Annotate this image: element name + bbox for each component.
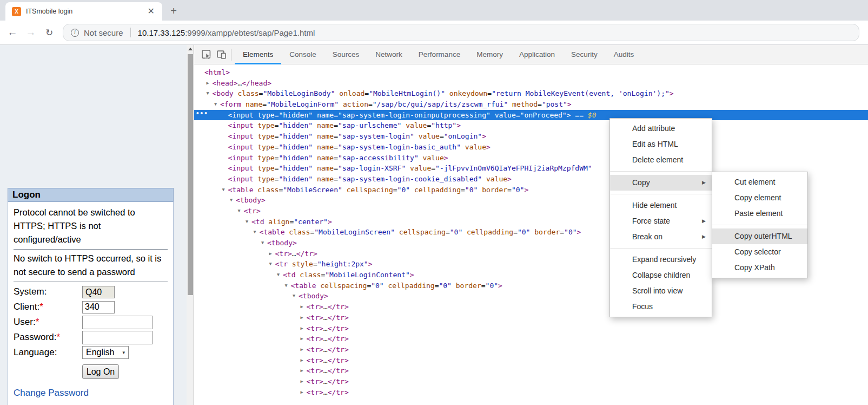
scroll-up-arrow-icon[interactable] bbox=[187, 45, 194, 53]
devtools-tab-audits[interactable]: Audits bbox=[606, 45, 642, 64]
dom-tree-row[interactable]: <input type="hidden" name="sap-system-lo… bbox=[194, 110, 868, 121]
collapse-arrow-icon[interactable]: ▼ bbox=[238, 206, 244, 217]
system-field-label: System: bbox=[14, 286, 82, 297]
menu-item-copy-element[interactable]: Copy element bbox=[712, 190, 807, 206]
forward-button[interactable]: → bbox=[22, 27, 40, 38]
menu-item-add-attribute[interactable]: Add attribute bbox=[610, 121, 712, 136]
menu-item-copy-xpath[interactable]: Copy XPath bbox=[712, 260, 807, 276]
collapse-arrow-icon[interactable]: ▼ bbox=[254, 227, 260, 238]
dom-tree-row[interactable]: ▶<tr>…</tr> bbox=[194, 355, 868, 366]
menu-item-cut-element[interactable]: Cut element bbox=[712, 174, 807, 190]
required-asterisk: * bbox=[56, 332, 60, 342]
more-actions-icon[interactable]: ••• bbox=[196, 108, 208, 119]
user-field[interactable] bbox=[82, 316, 153, 329]
devtools-tab-performance[interactable]: Performance bbox=[410, 45, 468, 64]
back-button[interactable]: ← bbox=[3, 27, 22, 38]
menu-item-paste-element[interactable]: Paste element bbox=[712, 206, 807, 221]
log-on-button[interactable]: Log On bbox=[82, 364, 119, 379]
browser-tab[interactable]: X ITSmobile login ✕ bbox=[5, 2, 162, 21]
collapse-arrow-icon[interactable]: ▼ bbox=[214, 99, 220, 110]
menu-item-break-on[interactable]: Break on▶ bbox=[610, 229, 712, 245]
page-scrollbar[interactable] bbox=[187, 45, 194, 405]
info-icon[interactable]: i bbox=[71, 29, 79, 37]
collapse-arrow-icon[interactable]: ▼ bbox=[285, 280, 291, 291]
menu-item-focus[interactable]: Focus bbox=[610, 299, 712, 315]
expand-arrow-icon[interactable]: ▶ bbox=[301, 334, 307, 344]
expand-arrow-icon[interactable]: ▶ bbox=[301, 323, 307, 334]
url-text: 10.17.33.125:9999/xampp/ebtest/sap/Page1… bbox=[138, 28, 315, 37]
devtools-tab-console[interactable]: Console bbox=[281, 45, 324, 64]
menu-item-delete-element[interactable]: Delete element bbox=[610, 152, 712, 168]
dom-tree-row[interactable]: <input type="hidden" name="sap-system-lo… bbox=[194, 142, 868, 153]
scrollbar-thumb[interactable] bbox=[188, 54, 193, 295]
dom-tree-row[interactable]: <html> bbox=[194, 67, 868, 78]
not-secure-label[interactable]: Not secure bbox=[84, 28, 123, 37]
devtools-tab-application[interactable]: Application bbox=[511, 45, 563, 64]
expand-arrow-icon[interactable]: ▶ bbox=[301, 376, 307, 387]
collapse-arrow-icon[interactable]: ▼ bbox=[222, 185, 228, 195]
expand-arrow-icon[interactable]: ▶ bbox=[301, 312, 307, 323]
browser-tab-strip: X ITSmobile login ✕ + bbox=[0, 0, 868, 21]
password-field[interactable] bbox=[82, 331, 153, 344]
menu-item-label: Hide element bbox=[632, 201, 677, 210]
dom-tree-row[interactable]: ▼<tbody> bbox=[194, 291, 868, 302]
change-password-link[interactable]: Change Password bbox=[14, 388, 89, 399]
menu-item-scroll-into-view[interactable]: Scroll into view bbox=[610, 283, 712, 299]
dom-tree-row[interactable]: ▶<tr>…</tr> bbox=[194, 387, 868, 398]
devtools-tab-network[interactable]: Network bbox=[367, 45, 410, 64]
dom-tree-row[interactable]: ▼<table cellspacing="0" cellpadding="0" … bbox=[194, 280, 868, 291]
collapse-arrow-icon[interactable]: ▼ bbox=[246, 217, 251, 227]
address-bar[interactable]: i Not secure 10.17.33.125:9999/xampp/ebt… bbox=[63, 24, 859, 41]
dom-tree-row[interactable]: ▶<tr>…</tr> bbox=[194, 312, 868, 323]
devtools-tab-elements[interactable]: Elements bbox=[235, 45, 281, 64]
devtools-tab-memory[interactable]: Memory bbox=[468, 45, 511, 64]
dom-tree-row[interactable]: ▼<body class="MobileLoginBody" onload="M… bbox=[194, 88, 868, 99]
expand-arrow-icon[interactable]: ▶ bbox=[301, 302, 307, 312]
devtools-tab-sources[interactable]: Sources bbox=[324, 45, 368, 64]
client-field[interactable] bbox=[82, 301, 115, 313]
collapse-arrow-icon[interactable]: ▼ bbox=[207, 88, 213, 99]
submenu-arrow-icon: ▶ bbox=[702, 175, 706, 191]
tab-close-icon[interactable]: ✕ bbox=[147, 7, 156, 16]
collapse-arrow-icon[interactable]: ▼ bbox=[293, 291, 299, 302]
collapse-arrow-icon[interactable]: ▼ bbox=[277, 270, 283, 280]
toggle-device-toolbar-button[interactable] bbox=[214, 45, 229, 64]
dom-tree-row[interactable]: ▶<tr>…</tr> bbox=[194, 334, 868, 344]
menu-item-force-state[interactable]: Force state▶ bbox=[610, 213, 712, 229]
expand-arrow-icon[interactable]: ▶ bbox=[301, 355, 307, 366]
dom-tree-row[interactable]: ▶<tr>…</tr> bbox=[194, 365, 868, 376]
expand-arrow-icon[interactable]: ▶ bbox=[207, 78, 213, 89]
dom-tree-row[interactable]: ▶<tr>…</tr> bbox=[194, 302, 868, 312]
expand-arrow-icon[interactable]: ▶ bbox=[301, 344, 307, 355]
dom-tree-row[interactable]: ▶<tr>…</tr> bbox=[194, 344, 868, 355]
dom-tree-row[interactable]: ▼<form name="MobileLoginForm" action="/s… bbox=[194, 99, 868, 110]
language-select[interactable]: English▾ bbox=[82, 346, 129, 359]
dom-tree-row[interactable]: <input type="hidden" name="sap-system-lo… bbox=[194, 131, 868, 142]
expand-arrow-icon[interactable]: ▶ bbox=[301, 387, 307, 398]
reload-button[interactable]: ↻ bbox=[40, 27, 58, 38]
menu-item-expand-recursively[interactable]: Expand recursively bbox=[610, 252, 712, 267]
expand-arrow-icon[interactable]: ▶ bbox=[301, 365, 307, 376]
menu-item-copy[interactable]: Copy▶ bbox=[610, 175, 712, 191]
menu-item-copy-outerhtml[interactable]: Copy outerHTML bbox=[712, 228, 807, 244]
form-row-password-field: Password:* bbox=[14, 330, 168, 345]
collapse-arrow-icon[interactable]: ▼ bbox=[269, 259, 275, 270]
menu-item-label: Force state bbox=[632, 217, 670, 225]
dom-tree-row[interactable]: ▶<head>…</head> bbox=[194, 78, 868, 89]
menu-item-collapse-children[interactable]: Collapse children bbox=[610, 267, 712, 283]
menu-item-edit-as-html[interactable]: Edit as HTML bbox=[610, 136, 712, 152]
collapse-arrow-icon[interactable]: ▼ bbox=[261, 238, 267, 249]
system-field[interactable]: Q40 bbox=[82, 286, 115, 298]
devtools-tab-security[interactable]: Security bbox=[563, 45, 606, 64]
menu-item-copy-selector[interactable]: Copy selector bbox=[712, 244, 807, 260]
collapse-arrow-icon[interactable]: ▼ bbox=[230, 195, 236, 206]
menu-item-hide-element[interactable]: Hide element bbox=[610, 198, 712, 213]
new-tab-button[interactable]: + bbox=[165, 3, 182, 19]
xampp-favicon-icon: X bbox=[12, 7, 21, 16]
dom-tree-row[interactable]: ▶<tr>…</tr> bbox=[194, 323, 868, 334]
expand-arrow-icon[interactable]: ▶ bbox=[269, 249, 275, 259]
dom-tree-row[interactable]: ▶<tr>…</tr> bbox=[194, 376, 868, 387]
inspect-element-button[interactable] bbox=[198, 45, 214, 64]
dom-tree-row[interactable]: <input type="hidden" name="sap-urlscheme… bbox=[194, 120, 868, 131]
dom-tree-row[interactable]: <input type="hidden" name="sap-accessibi… bbox=[194, 153, 868, 164]
